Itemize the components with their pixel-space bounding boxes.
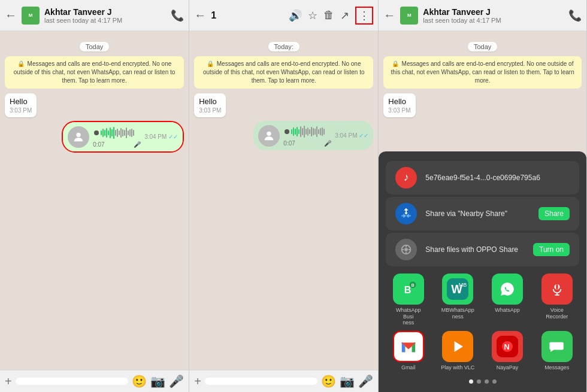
chat-input-1[interactable] — [16, 378, 128, 385]
app-icon-wa — [492, 274, 523, 305]
bottom-bar-1: + 🙂 📷 🎤 — [0, 370, 189, 392]
date-label-2: Today: — [194, 41, 373, 51]
sticker-icon-1[interactable]: 🙂 — [132, 374, 147, 388]
app-icon-mb-wa: W MB — [442, 274, 473, 305]
app-nayapay[interactable]: N NayaPay — [485, 331, 530, 371]
dot-3[interactable] — [485, 379, 489, 384]
app-voice-recorder[interactable]: Voice Recorder — [534, 274, 579, 326]
app-whatsapp-biz[interactable]: B B WhatsApp Business — [386, 274, 431, 326]
back-button-2[interactable]: ← — [194, 8, 206, 22]
oppo-share-text: Share files with OPPO Share — [425, 245, 525, 254]
share-sheet: ♪ 5e76eae9-f5e1-4...0-ce0699e795a6 Share… — [379, 151, 586, 392]
oppo-share-btn[interactable]: Turn on — [533, 243, 570, 256]
bubble-time-1: 3:03 PM — [10, 107, 32, 114]
sticker-icon-2[interactable]: 🙂 — [321, 374, 336, 388]
mic-icon-bottom-2[interactable]: 🎤 — [358, 374, 373, 388]
dot-4[interactable] — [492, 379, 497, 384]
bubble-hello-2: Hello 3:03 PM — [194, 93, 226, 117]
camera-icon-2[interactable]: 📷 — [340, 374, 355, 388]
contact-name-1: Akhtar Tanveer J — [44, 7, 166, 17]
app-mb-whatsapp[interactable]: W MB MBWhatsApp ness — [435, 274, 480, 326]
date-label-1: Today — [5, 41, 184, 51]
app-icon-voice-rec — [541, 274, 573, 305]
svg-text:MB: MB — [459, 282, 467, 288]
dot-2[interactable] — [477, 379, 481, 384]
voice-time-wrapper-1: 3:04 PM ✓✓ — [144, 133, 178, 140]
forward-icon[interactable]: ↗ — [340, 9, 349, 22]
contact-avatar-3: M — [400, 7, 418, 25]
oppo-share-item[interactable]: Share files with OPPO Share Turn on — [386, 233, 579, 266]
app-icon-gmail — [393, 331, 424, 362]
voice-avatar-1 — [68, 126, 89, 148]
app-label-wa: WhatsApp — [495, 307, 520, 314]
contact-status-3: last seen today at 4:17 PM — [423, 17, 564, 24]
app-icon-nayapay: N — [492, 331, 523, 362]
mic-icon-bottom-1[interactable]: 🎤 — [169, 374, 184, 388]
filename-text: 5e76eae9-f5e1-4...0-ce0699e795a6 — [425, 174, 570, 182]
msg-hello-1: Hello 3:03 PM — [5, 93, 184, 117]
chat-input-2[interactable] — [205, 378, 317, 385]
svg-point-0 — [76, 132, 80, 136]
mic-icon-2: 🎤 — [324, 140, 331, 147]
app-label-voice-rec: Voice Recorder — [539, 307, 575, 320]
panel2-header: ← 1 🔊 ☆ 🗑 ↗ ⋮ — [189, 0, 378, 31]
app-vlc[interactable]: Play with VLC — [435, 331, 480, 371]
bubble-text-3: Hello — [388, 97, 410, 106]
voice-bubble-1: 0:07 🎤 3:04 PM ✓✓ — [63, 122, 183, 151]
contact-avatar-1: M — [22, 7, 40, 25]
chat-area-1: Today 🔒 Messages and calls are end-to-en… — [0, 31, 189, 370]
waveform-2 — [283, 124, 331, 139]
panel2-icons: 🔊 ☆ 🗑 ↗ ⋮ — [289, 7, 373, 25]
panel-2: ← 1 🔊 ☆ 🗑 ↗ ⋮ Today: 🔒 Messages and call… — [189, 0, 379, 392]
nearby-share-text: Share via "Nearby Share" — [425, 209, 530, 218]
back-button-1[interactable]: ← — [5, 8, 17, 22]
app-messages[interactable]: Messages — [534, 331, 579, 371]
plus-icon-1[interactable]: + — [5, 375, 12, 388]
panel-3: ← M Akhtar Tanveer J last seen today at … — [379, 0, 587, 392]
header-info-1: Akhtar Tanveer J last seen today at 4:17… — [44, 7, 166, 24]
voice-wrapper-1: 0:07 🎤 3:04 PM ✓✓ — [62, 121, 184, 153]
more-icon[interactable]: ⋮ — [355, 7, 373, 25]
plus-icon-2[interactable]: + — [194, 375, 201, 388]
voice-time-1: 3:04 PM ✓✓ — [144, 133, 178, 140]
app-icon-wa-biz: B B — [393, 274, 424, 305]
msg-voice-1: 0:07 🎤 3:04 PM ✓✓ — [5, 121, 184, 153]
msg-hello-3: Hello 3:03 PM — [383, 93, 582, 117]
trash-icon[interactable]: 🗑 — [323, 9, 334, 22]
voice-meta-1: 0:07 🎤 — [93, 141, 141, 148]
waveform-1 — [93, 126, 141, 140]
app-label-vlc: Play with VLC — [441, 364, 474, 371]
call-icon-3[interactable]: 📞 — [568, 9, 582, 22]
nearby-share-btn[interactable]: Share — [538, 207, 570, 220]
call-icon-1[interactable]: 📞 — [171, 9, 184, 22]
msg-hello-2: Hello 3:03 PM — [194, 93, 373, 117]
voice-duration-2: 0:07 — [283, 140, 295, 147]
header-icons-1: 📞 — [171, 9, 184, 22]
voice-time-wrapper-2: 3:04 PM ✓✓ — [335, 132, 368, 139]
msg-voice-2: 0:07 🎤 3:04 PM ✓✓ — [194, 121, 373, 150]
bubble-time-2: 3:03 PM — [199, 107, 221, 114]
share-file-item: ♪ 5e76eae9-f5e1-4...0-ce0699e795a6 — [386, 161, 579, 195]
date-label-3: Today — [383, 41, 582, 51]
bubble-hello-3: Hello 3:03 PM — [383, 93, 415, 117]
panel3-header: ← M Akhtar Tanveer J last seen today at … — [379, 0, 586, 31]
app-whatsapp[interactable]: WhatsApp — [485, 274, 530, 326]
panel-1: ← M Akhtar Tanveer J last seen today at … — [0, 0, 189, 392]
svg-point-1 — [267, 131, 271, 135]
dot-1[interactable] — [469, 379, 473, 384]
voice-bubble-selected: 0:07 🎤 3:04 PM ✓✓ — [253, 121, 373, 150]
back-button-3[interactable]: ← — [383, 8, 395, 22]
app-icon-messages — [541, 331, 573, 362]
app-label-wa-biz: WhatsApp Business — [391, 307, 426, 326]
nearby-share-item[interactable]: Share via "Nearby Share" Share — [386, 197, 579, 230]
app-label-mb-wa: MBWhatsApp ness — [440, 307, 476, 320]
file-icon: ♪ — [395, 167, 417, 189]
app-gmail[interactable]: Gmail — [386, 331, 431, 371]
speaker-icon[interactable]: 🔊 — [289, 9, 302, 22]
voice-content-1: 0:07 🎤 — [93, 126, 141, 148]
voice-content-2: 0:07 🎤 — [283, 124, 331, 147]
camera-icon-1[interactable]: 📷 — [150, 374, 165, 388]
star-icon[interactable]: ☆ — [308, 9, 317, 22]
system-msg-3: 🔒 Messages and calls are end-to-end encr… — [383, 56, 582, 89]
svg-rect-18 — [556, 284, 558, 290]
